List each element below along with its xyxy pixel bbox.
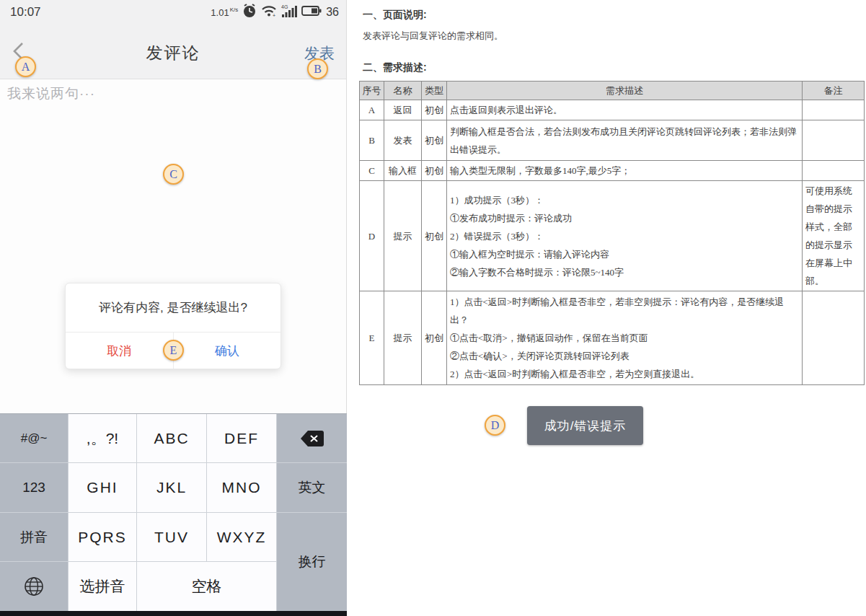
annotation-b: B <box>307 58 328 79</box>
table-row: B 发表 初创 判断输入框是否合法，若合法则发布成功且关闭评论页跳转回评论列表；… <box>360 120 865 161</box>
annotation-a: A <box>15 56 36 77</box>
row-desc: 点击返回则表示退出评论。 <box>447 100 803 120</box>
requirements-doc: 一、页面说明: 发表评论与回复评论的需求相同。 二、需求描述: 序号 名称 类型… <box>348 0 866 616</box>
battery-percent: 36 <box>326 6 339 19</box>
row-name: 返回 <box>384 100 422 120</box>
row-type: 初创 <box>422 100 447 120</box>
row-seq: B <box>360 120 384 161</box>
toast-demo-button[interactable]: 成功/错误提示 <box>527 406 643 445</box>
battery-icon <box>301 5 322 19</box>
annotation-c: C <box>163 164 184 185</box>
key-abc[interactable]: ABC <box>137 414 206 462</box>
phone-mockup: 10:07 1.01 K/s <box>0 0 347 616</box>
annotation-e: E <box>163 340 184 361</box>
globe-key-icon[interactable] <box>0 562 68 611</box>
section1-body: 发表评论与回复评论的需求相同。 <box>363 30 503 43</box>
space-key[interactable]: 空格 <box>137 562 276 611</box>
key-pinyin-mode[interactable]: 拼音 <box>0 513 68 561</box>
dialog-cancel-button[interactable]: 取消 <box>66 333 174 369</box>
row-seq: D <box>360 181 384 291</box>
key-def[interactable]: DEF <box>207 414 276 462</box>
key-symbols[interactable]: #@~ <box>0 414 68 462</box>
table-row: E 提示 初创 1）点击<返回>时判断输入框是否非空，若非空则提示：评论有内容，… <box>360 291 865 385</box>
wifi-icon: + <box>261 4 277 20</box>
row-name: 提示 <box>384 181 422 291</box>
col-desc: 需求描述 <box>447 82 803 100</box>
key-pqrs[interactable]: PQRS <box>69 513 136 561</box>
key-tuv[interactable]: TUV <box>137 513 206 561</box>
section1-heading: 一、页面说明: <box>363 9 427 22</box>
row-seq: E <box>360 291 384 385</box>
col-type: 类型 <box>422 82 447 100</box>
alarm-clock-icon <box>242 4 257 21</box>
requirements-table: 序号 名称 类型 需求描述 备注 A 返回 初创 点击返回则表示退出评论。 B … <box>359 81 865 385</box>
key-numbers[interactable]: 123 <box>0 463 68 512</box>
table-row: C 输入框 初创 输入类型无限制，字数最多140字,最少5字； <box>360 161 865 181</box>
table-row: D 提示 初创 1）成功提示（3秒）： ①发布成功时提示：评论成功 2）错误提示… <box>360 181 865 291</box>
table-header-row: 序号 名称 类型 需求描述 备注 <box>360 82 865 100</box>
col-remark: 备注 <box>803 82 865 100</box>
row-name: 提示 <box>384 291 422 385</box>
row-name: 输入框 <box>384 161 422 181</box>
annotation-d: D <box>485 415 505 436</box>
col-seq: 序号 <box>360 82 384 100</box>
row-desc: 输入类型无限制，字数最多140字,最少5字； <box>447 161 803 181</box>
row-seq: C <box>360 161 384 181</box>
page-title: 发评论 <box>0 42 346 64</box>
key-punctuation[interactable]: ,。?! <box>69 414 136 462</box>
row-remark <box>803 120 865 161</box>
col-name: 名称 <box>384 82 422 100</box>
nav-bar: 发评论 发表 <box>0 25 346 79</box>
key-jkl[interactable]: JKL <box>137 463 206 512</box>
key-select-pinyin[interactable]: 选拼音 <box>69 562 136 611</box>
row-remark: 可使用系统自带的提示样式，全部的提示显示在屏幕上中部。 <box>803 181 865 291</box>
spec-page: 10:07 1.01 K/s <box>0 0 866 616</box>
row-type: 初创 <box>422 181 447 291</box>
svg-text:+: + <box>273 13 275 17</box>
key-wxyz[interactable]: WXYZ <box>207 513 276 561</box>
table-row: A 返回 初创 点击返回则表示退出评论。 <box>360 100 865 120</box>
row-remark <box>803 161 865 181</box>
row-type: 初创 <box>422 120 447 161</box>
row-desc: 判断输入框是否合法，若合法则发布成功且关闭评论页跳转回评论列表；若非法则弹出错误… <box>447 120 803 161</box>
key-mno[interactable]: MNO <box>207 463 276 512</box>
dialog-confirm-button[interactable]: 确认 <box>174 333 281 369</box>
signal-4g-label: 4G <box>281 4 288 9</box>
section2-heading: 二、需求描述: <box>363 61 427 74</box>
clock-time: 10:07 <box>10 5 41 19</box>
row-type: 初创 <box>422 291 447 385</box>
status-bar: 10:07 1.01 K/s <box>0 0 346 25</box>
key-newline[interactable]: 换行 <box>277 513 347 611</box>
comment-input-placeholder: 我来说两句··· <box>7 84 95 103</box>
virtual-keyboard: #@~ ,。?! ABC DEF 123 GHI JKL MNO 英文 拼音 P… <box>0 413 347 611</box>
home-indicator-bar <box>0 611 347 616</box>
key-ghi[interactable]: GHI <box>69 463 136 512</box>
row-remark <box>803 100 865 120</box>
row-seq: A <box>360 100 384 120</box>
signal-4g-icon: 4G <box>281 4 297 21</box>
backspace-key-icon[interactable] <box>277 414 347 462</box>
dialog-message: 评论有内容, 是否继续退出? <box>66 283 280 332</box>
key-english-mode[interactable]: 英文 <box>277 463 347 512</box>
row-name: 发表 <box>384 120 422 161</box>
row-remark <box>803 291 865 385</box>
row-desc: 1）点击<返回>时判断输入框是否非空，若非空则提示：评论有内容，是否继续退出？ … <box>447 291 803 385</box>
row-desc: 1）成功提示（3秒）： ①发布成功时提示：评论成功 2）错误提示（3秒）： ①输… <box>447 181 803 291</box>
row-type: 初创 <box>422 161 447 181</box>
network-speed: 1.01 K/s <box>211 7 238 18</box>
